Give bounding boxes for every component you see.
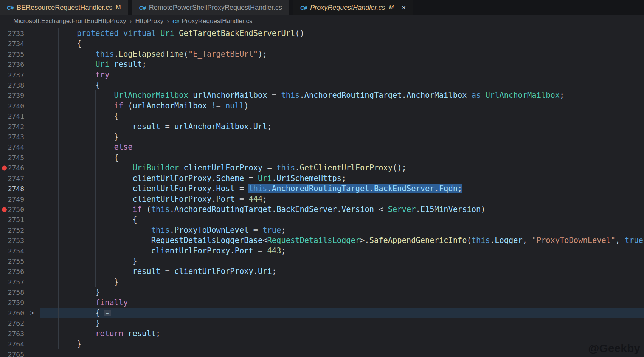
indent-guide (77, 142, 77, 152)
indent-guide (77, 132, 77, 142)
code-line: 2755 } (0, 256, 644, 266)
indent-guide (40, 277, 40, 287)
indent-guide (95, 266, 96, 277)
code-text: RequestDetailsLoggerBase<RequestDetailsL… (40, 235, 644, 246)
folded-code-ellipsis[interactable]: ⋯ (104, 310, 112, 316)
indent-guide (40, 153, 40, 163)
indent-guide (77, 122, 77, 132)
code-line: 2742 result = urlAnchorMailbox.Url; (0, 122, 644, 132)
line-number: 2754 (0, 246, 24, 256)
tab-beresource-request-handler[interactable]: C# BEResourceRequestHandler.cs M (0, 0, 128, 15)
breakpoint-icon[interactable] (2, 207, 7, 212)
gutter-spacer (24, 184, 40, 194)
code-text: } (40, 318, 644, 328)
code-line: 2753 RequestDetailsLoggerBase<RequestDet… (0, 235, 644, 246)
indent-guide (58, 318, 59, 328)
code-line: 2765 (0, 349, 644, 357)
code-line: 2750 if (this.AnchoredRoutingTarget.Back… (0, 204, 644, 215)
gutter-spacer (24, 153, 40, 163)
indent-guide (40, 70, 40, 80)
indent-guide (95, 215, 96, 225)
code-text: if (urlAnchorMailbox != null) (40, 101, 644, 111)
breakpoint-icon[interactable] (2, 165, 7, 170)
indent-guide (77, 287, 77, 297)
code-line: 2763 return result; (0, 329, 644, 339)
tab-label: RemotePowerShellProxyRequestHandler.cs (149, 4, 282, 12)
indent-guide (77, 163, 77, 173)
fold-chevron-icon[interactable]: > (24, 308, 40, 318)
csharp-icon: C# (7, 5, 13, 11)
indent-guide (40, 49, 40, 59)
indent-guide (77, 225, 77, 235)
code-line: 2744 else (0, 142, 644, 152)
code-text (40, 349, 644, 357)
indent-guide (40, 173, 40, 184)
indent-guide (95, 90, 96, 100)
line-number: 2747 (0, 173, 24, 184)
indent-guide (40, 256, 40, 266)
indent-guide (58, 90, 59, 100)
indent-guide (58, 184, 59, 194)
csharp-icon: C# (172, 18, 179, 25)
indent-guide (77, 49, 77, 59)
line-number: 2734 (0, 39, 24, 49)
code-line: 2735 this.LogElapsedTime("E_TargetBEUrl"… (0, 49, 644, 59)
csharp-icon: C# (139, 5, 146, 11)
indent-guide (114, 163, 114, 173)
close-icon[interactable]: × (402, 4, 406, 11)
indent-guide (114, 184, 114, 194)
code-line: 2746 UriBuilder clientUrlForProxy = this… (0, 163, 644, 173)
indent-guide (114, 122, 114, 132)
indent-guide (114, 225, 114, 235)
breadcrumb-item-file[interactable]: ProxyRequestHandler.cs (182, 17, 252, 25)
indent-guide (77, 298, 77, 308)
indent-guide (77, 235, 77, 246)
line-number: 2765 (0, 349, 24, 357)
tab-remote-powershell-proxy-request-handler[interactable]: C# RemotePowerShellProxyRequestHandler.c… (132, 0, 289, 15)
code-line: 2736 Uri result; (0, 59, 644, 70)
code-line: 2758 } (0, 287, 644, 297)
code-text: } (40, 256, 644, 266)
line-number: 2738 (0, 80, 24, 90)
breadcrumb-item-folder[interactable]: HttpProxy (135, 17, 164, 25)
code-line: 2740 if (urlAnchorMailbox != null) (0, 101, 644, 111)
code-text: result = urlAnchorMailbox.Url; (40, 122, 644, 132)
line-number: 2757 (0, 277, 24, 287)
code-text: this.LogElapsedTime("E_TargetBEUrl"); (40, 49, 644, 59)
code-line: 2762 } (0, 318, 644, 328)
indent-guide (77, 184, 77, 194)
code-text: if (this.AnchoredRoutingTarget.BackEndSe… (40, 204, 644, 215)
code-line: 2764 } (0, 339, 644, 349)
indent-guide (114, 215, 114, 225)
breadcrumb-item-namespace[interactable]: Microsoft.Exchange.FrontEndHttpProxy (13, 17, 126, 25)
line-number: 2740 (0, 101, 24, 111)
indent-guide (40, 204, 40, 215)
indent-guide (58, 329, 59, 339)
indent-guide (58, 132, 59, 142)
indent-guide (77, 59, 77, 70)
indent-guide (114, 173, 114, 184)
indent-guide (40, 308, 40, 318)
code-text: return result; (40, 329, 644, 339)
indent-guide (114, 246, 114, 256)
indent-guide (40, 59, 40, 70)
indent-guide (58, 101, 59, 111)
line-number: 2752 (0, 225, 24, 235)
line-number: 2756 (0, 266, 24, 277)
indent-guide (58, 39, 59, 49)
gutter-spacer (24, 101, 40, 111)
gutter-spacer (24, 59, 40, 70)
code-text: clientUrlForProxy.Port = 443; (40, 246, 644, 256)
gutter-spacer (24, 339, 40, 349)
indent-guide (40, 339, 40, 349)
indent-guide (77, 204, 77, 215)
gutter-spacer (24, 122, 40, 132)
indent-guide (95, 225, 96, 235)
tab-proxy-request-handler[interactable]: C# ProxyRequestHandler.cs M × (293, 0, 413, 15)
indent-guide (58, 59, 59, 70)
indent-guide (40, 163, 40, 173)
code-text: { (40, 80, 644, 90)
chevron-right-icon: › (163, 17, 172, 25)
indent-guide (58, 266, 59, 277)
indent-guide (40, 111, 40, 121)
